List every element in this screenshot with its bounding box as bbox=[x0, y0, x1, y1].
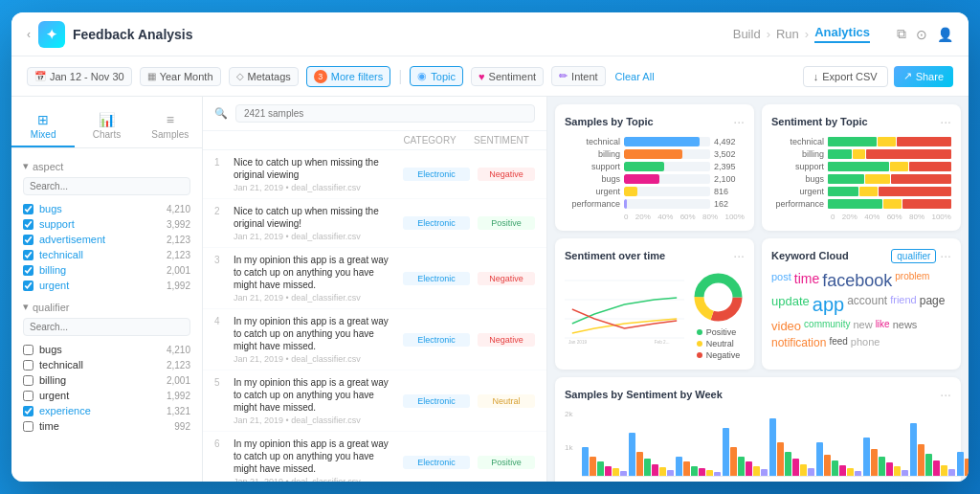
sentiment-filter[interactable]: ♥ Sentiment bbox=[471, 67, 544, 86]
week-chart-more[interactable]: ··· bbox=[940, 387, 951, 402]
week-bar-group-1 bbox=[629, 433, 674, 476]
keyword-feed[interactable]: feed bbox=[829, 336, 847, 349]
keyword-problem[interactable]: problem bbox=[895, 271, 929, 291]
keyword-cloud-card: Keyword Cloud qualifier ··· posttimeface… bbox=[762, 238, 961, 370]
back-button[interactable]: ‹ bbox=[27, 28, 31, 41]
keyword-time[interactable]: time bbox=[794, 271, 819, 291]
week-bar bbox=[738, 457, 745, 476]
topic-axis: 0 20% 40% 60% 80% 100% bbox=[565, 213, 745, 221]
more-filters-button[interactable]: 3 More filters bbox=[306, 66, 390, 87]
checkbox-technicall[interactable] bbox=[23, 360, 33, 370]
keyword-facebook[interactable]: facebook bbox=[822, 271, 892, 291]
qualifier-collapse-icon: ▾ bbox=[23, 301, 29, 313]
sample-row[interactable]: 1 Nice to catch up when missing the orig… bbox=[203, 150, 546, 199]
sample-text: Nice to catch up when missing the origin… bbox=[234, 156, 395, 181]
checkbox-advertisement[interactable] bbox=[23, 235, 33, 245]
topic-count: 4,492 bbox=[714, 137, 745, 146]
samples-by-topic-more[interactable]: ··· bbox=[733, 114, 745, 129]
sidebar-item-billing: billing 2,001 bbox=[23, 372, 190, 388]
svg-text:Feb 2...: Feb 2... bbox=[655, 338, 670, 345]
keyword-community[interactable]: community bbox=[804, 319, 850, 333]
negative-bar bbox=[909, 162, 951, 171]
week-bar bbox=[629, 433, 635, 476]
checkbox-time[interactable] bbox=[23, 421, 33, 432]
neutral-bar bbox=[865, 174, 889, 184]
keyword-phone[interactable]: phone bbox=[851, 336, 880, 349]
keyword-post[interactable]: post bbox=[771, 271, 791, 291]
week-bar-group-6 bbox=[863, 438, 908, 476]
sample-row[interactable]: 5 In my opinion this app is a great way … bbox=[203, 370, 546, 432]
checkbox-urgent[interactable] bbox=[23, 391, 33, 401]
checkbox-urgent[interactable] bbox=[23, 281, 33, 291]
sample-category: Electronic bbox=[403, 456, 470, 469]
negative-bar bbox=[902, 199, 951, 209]
breadcrumb-run[interactable]: Run bbox=[776, 27, 799, 41]
tab-samples[interactable]: ≡ Samples bbox=[139, 104, 202, 147]
qualifier-header[interactable]: ▾ qualifier bbox=[23, 301, 190, 313]
topic-count: 162 bbox=[714, 199, 745, 209]
keyword-new[interactable]: new bbox=[853, 319, 872, 333]
checkbox-technicall[interactable] bbox=[23, 250, 33, 260]
sample-row[interactable]: 4 In my opinion this app is a great way … bbox=[203, 309, 546, 370]
keyword-cloud-filter[interactable]: qualifier bbox=[891, 249, 936, 263]
tab-mixed[interactable]: ⊞ Mixed bbox=[11, 104, 75, 147]
sentiment-time-chart-svg: Jan 2019 Feb 2... bbox=[565, 271, 684, 348]
year-month-filter[interactable]: ▦ Year Month bbox=[140, 67, 221, 86]
keyword-account[interactable]: account bbox=[847, 294, 887, 316]
week-bar bbox=[894, 466, 901, 476]
keyword-update[interactable]: update bbox=[771, 294, 810, 316]
checkbox-bugs[interactable] bbox=[23, 204, 33, 214]
metatags-filter[interactable]: ◇ Metatags bbox=[229, 67, 299, 86]
item-count-support: 3,992 bbox=[167, 219, 190, 230]
date-range-filter[interactable]: 📅 Jan 12 - Nov 30 bbox=[27, 67, 132, 86]
checkbox-billing[interactable] bbox=[23, 265, 33, 276]
tab-charts[interactable]: 📊 Charts bbox=[75, 104, 138, 147]
main-layout: ⊞ Mixed 📊 Charts ≡ Samples ▾ aspect bbox=[11, 97, 969, 482]
keyword-friend[interactable]: friend bbox=[890, 294, 917, 316]
keyword-video[interactable]: video bbox=[771, 319, 801, 333]
topic-filter[interactable]: ◉ Topic bbox=[410, 66, 463, 86]
sentiment-by-topic-more[interactable]: ··· bbox=[940, 114, 951, 129]
topic-icon: ◉ bbox=[417, 70, 427, 82]
keyword-app[interactable]: app bbox=[813, 294, 844, 316]
filter-separator: | bbox=[398, 68, 402, 85]
negative-bar bbox=[897, 137, 951, 146]
sent-topic-label: bugs bbox=[771, 174, 824, 184]
keyword-like[interactable]: like bbox=[876, 319, 890, 333]
sample-row[interactable]: 2 Nice to catch up when missing the orig… bbox=[203, 199, 546, 248]
clear-all-button[interactable]: Clear All bbox=[615, 71, 655, 82]
sample-meta: Jan 21, 2019 • deal_classifier.csv bbox=[234, 183, 395, 192]
week-bar bbox=[965, 459, 969, 476]
checkbox-bugs[interactable] bbox=[23, 345, 33, 355]
keyword-page[interactable]: page bbox=[920, 294, 946, 316]
negative-bar bbox=[891, 174, 952, 184]
sentiment-over-time-title: Sentiment over time bbox=[565, 250, 665, 261]
intent-filter[interactable]: ✏ Intent bbox=[551, 66, 606, 86]
aspect-search-input[interactable] bbox=[23, 177, 190, 195]
positive-bar bbox=[828, 199, 882, 209]
breadcrumb-build[interactable]: Build bbox=[733, 27, 761, 41]
keyword-cloud-more[interactable]: ··· bbox=[940, 248, 951, 263]
sample-row[interactable]: 3 In my opinion this app is a great way … bbox=[203, 248, 546, 309]
checkbox-support[interactable] bbox=[23, 219, 33, 230]
keyword-notification[interactable]: notification bbox=[771, 336, 826, 349]
samples-search-input[interactable] bbox=[235, 104, 535, 123]
checkbox-experience[interactable] bbox=[23, 406, 33, 416]
sentiment-over-time-more[interactable]: ··· bbox=[733, 248, 745, 263]
qualifier-search-input[interactable] bbox=[23, 318, 190, 336]
checkbox-billing[interactable] bbox=[23, 375, 33, 386]
copy-icon[interactable]: ⧉ bbox=[897, 26, 906, 42]
settings-icon[interactable]: ⊙ bbox=[916, 27, 927, 42]
keyword-news[interactable]: news bbox=[893, 319, 918, 333]
aspect-header[interactable]: ▾ aspect bbox=[23, 160, 190, 172]
keyword-cloud-header: Keyword Cloud qualifier ··· bbox=[771, 248, 951, 263]
share-button[interactable]: ↗ Share bbox=[894, 66, 953, 87]
user-icon[interactable]: 👤 bbox=[937, 27, 953, 42]
breadcrumb-analytics[interactable]: Analytics bbox=[814, 25, 870, 43]
export-csv-button[interactable]: ↓ Export CSV bbox=[803, 66, 888, 87]
sent-topic-label: performance bbox=[771, 199, 824, 209]
week-bar bbox=[676, 457, 682, 476]
sample-text-area: In my opinion this app is a great way to… bbox=[234, 315, 395, 364]
sample-text-area: Nice to catch up when missing the origin… bbox=[234, 156, 395, 192]
sample-row[interactable]: 6 In my opinion this app is a great way … bbox=[203, 432, 546, 482]
